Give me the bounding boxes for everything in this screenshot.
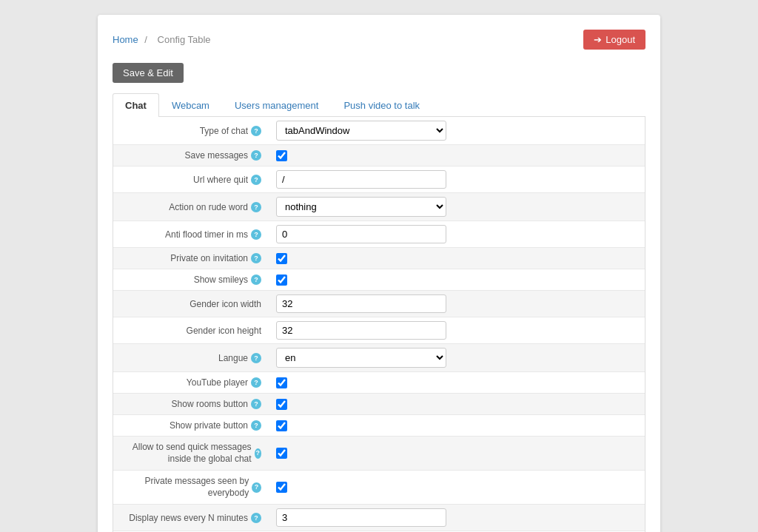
tab-webcam[interactable]: Webcam bbox=[159, 93, 222, 117]
value-allow-quick-messages bbox=[269, 444, 645, 462]
input-gender-icon-width[interactable] bbox=[276, 294, 446, 313]
row-display-news-every: Display news every N minutes ? bbox=[113, 505, 645, 531]
value-youtube-player bbox=[269, 374, 645, 392]
help-show-rooms-button[interactable]: ? bbox=[251, 399, 261, 409]
label-show-smileys: Show smileys ? bbox=[113, 269, 269, 290]
value-private-on-invitation bbox=[269, 249, 645, 268]
help-langue[interactable]: ? bbox=[251, 353, 261, 363]
checkbox-save-messages[interactable] bbox=[276, 150, 287, 161]
label-type-of-chat: Type of chat ? bbox=[113, 121, 269, 141]
row-anti-flood-timer: Anti flood timer in ms ? bbox=[113, 221, 645, 248]
help-youtube-player[interactable]: ? bbox=[251, 377, 261, 388]
row-save-messages: Save messages ? bbox=[113, 145, 645, 166]
value-show-rooms-button bbox=[269, 395, 645, 414]
checkbox-allow-quick-messages[interactable] bbox=[276, 448, 287, 459]
input-anti-flood-timer[interactable] bbox=[276, 225, 446, 243]
value-display-news-every bbox=[269, 505, 645, 531]
value-anti-flood-timer bbox=[269, 221, 645, 247]
tab-push-video[interactable]: Push video to talk bbox=[331, 93, 432, 117]
label-anti-flood-timer: Anti flood timer in ms ? bbox=[113, 224, 269, 245]
checkbox-show-private-button[interactable] bbox=[276, 420, 287, 431]
help-show-smileys[interactable]: ? bbox=[251, 275, 261, 285]
save-edit-button[interactable]: Save & Edit bbox=[113, 63, 184, 83]
breadcrumb-separator: / bbox=[144, 34, 147, 45]
label-gender-icon-width: Gender icon width bbox=[113, 294, 269, 314]
help-anti-flood-timer[interactable]: ? bbox=[251, 229, 261, 240]
tab-chat[interactable]: Chat bbox=[113, 93, 159, 117]
row-show-rooms-button: Show rooms button ? bbox=[113, 394, 645, 415]
row-gender-icon-width: Gender icon width bbox=[113, 291, 645, 317]
label-save-messages: Save messages ? bbox=[113, 145, 269, 166]
checkbox-show-rooms-button[interactable] bbox=[276, 399, 287, 410]
help-private-on-invitation[interactable]: ? bbox=[251, 253, 261, 263]
help-action-on-rude-word[interactable]: ? bbox=[251, 202, 261, 212]
value-save-messages bbox=[269, 147, 645, 165]
row-youtube-player: YouTube player ? bbox=[113, 372, 645, 394]
value-show-private-button bbox=[269, 417, 645, 435]
value-type-of-chat: tabAndWindow tab window bbox=[269, 117, 645, 144]
value-gender-icon-height bbox=[269, 317, 645, 343]
checkbox-youtube-player[interactable] bbox=[276, 377, 287, 388]
checkbox-show-smileys[interactable] bbox=[276, 275, 287, 286]
row-allow-quick-messages: Allow to send quick messages inside the … bbox=[113, 437, 645, 471]
breadcrumb-home[interactable]: Home bbox=[113, 34, 138, 45]
label-show-private-button: Show private button ? bbox=[113, 415, 269, 436]
value-langue: en fr de es bbox=[269, 344, 645, 371]
logout-icon: ➔ bbox=[594, 34, 602, 45]
tab-users-management[interactable]: Users management bbox=[222, 93, 331, 117]
row-private-messages-seen: Private messages seen by everybody ? bbox=[113, 471, 645, 505]
select-action-on-rude-word[interactable]: nothing block warn bbox=[276, 197, 446, 217]
label-langue: Langue ? bbox=[113, 348, 269, 368]
label-action-on-rude-word: Action on rude word ? bbox=[113, 197, 269, 218]
label-gender-icon-height: Gender icon height bbox=[113, 320, 269, 341]
row-langue: Langue ? en fr de es bbox=[113, 344, 645, 372]
value-show-smileys bbox=[269, 271, 645, 289]
label-private-on-invitation: Private on invitation ? bbox=[113, 248, 269, 269]
row-type-of-chat: Type of chat ? tabAndWindow tab window bbox=[113, 117, 645, 145]
row-private-on-invitation: Private on invitation ? bbox=[113, 248, 645, 269]
tabs-bar: Chat Webcam Users management Push video … bbox=[113, 93, 645, 117]
value-private-messages-seen bbox=[269, 478, 645, 496]
input-gender-icon-height[interactable] bbox=[276, 321, 446, 340]
row-gender-icon-height: Gender icon height bbox=[113, 317, 645, 344]
top-bar: Home / Config Table ➔ Logout bbox=[113, 30, 645, 50]
checkbox-private-messages-seen[interactable] bbox=[276, 482, 287, 493]
help-display-news-every[interactable]: ? bbox=[251, 513, 261, 523]
help-url-where-quit[interactable]: ? bbox=[251, 175, 261, 185]
logout-button[interactable]: ➔ Logout bbox=[583, 30, 645, 50]
row-action-on-rude-word: Action on rude word ? nothing block warn bbox=[113, 193, 645, 221]
help-show-private-button[interactable]: ? bbox=[251, 420, 261, 431]
page-wrapper: Home / Config Table ➔ Logout Save & Edit… bbox=[98, 15, 660, 532]
breadcrumb-current: Config Table bbox=[158, 34, 211, 45]
select-langue[interactable]: en fr de es bbox=[276, 348, 446, 368]
label-private-messages-seen: Private messages seen by everybody ? bbox=[113, 471, 269, 504]
label-youtube-player: YouTube player ? bbox=[113, 372, 269, 393]
checkbox-private-on-invitation[interactable] bbox=[276, 253, 287, 264]
label-url-where-quit: Url where quit ? bbox=[113, 169, 269, 190]
help-type-of-chat[interactable]: ? bbox=[251, 126, 261, 136]
row-show-private-button: Show private button ? bbox=[113, 415, 645, 437]
row-show-smileys: Show smileys ? bbox=[113, 269, 645, 291]
config-panel: Type of chat ? tabAndWindow tab window S… bbox=[113, 117, 645, 532]
help-save-messages[interactable]: ? bbox=[251, 150, 261, 161]
input-url-where-quit[interactable] bbox=[276, 170, 446, 189]
label-show-rooms-button: Show rooms button ? bbox=[113, 394, 269, 414]
value-url-where-quit bbox=[269, 166, 645, 192]
row-url-where-quit: Url where quit ? bbox=[113, 166, 645, 193]
select-type-of-chat[interactable]: tabAndWindow tab window bbox=[276, 121, 446, 141]
label-display-news-every: Display news every N minutes ? bbox=[113, 508, 269, 528]
label-allow-quick-messages: Allow to send quick messages inside the … bbox=[113, 437, 269, 470]
input-display-news-every[interactable] bbox=[276, 508, 446, 527]
help-allow-quick-messages[interactable]: ? bbox=[255, 448, 261, 459]
breadcrumb: Home / Config Table bbox=[113, 34, 215, 45]
help-private-messages-seen[interactable]: ? bbox=[252, 482, 261, 493]
value-action-on-rude-word: nothing block warn bbox=[269, 193, 645, 220]
value-gender-icon-width bbox=[269, 291, 645, 317]
